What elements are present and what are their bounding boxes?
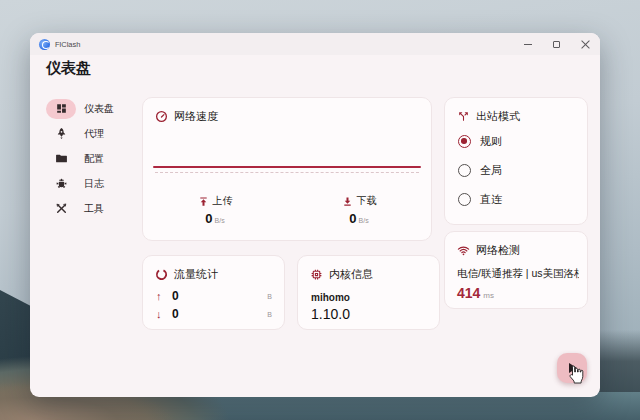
upload-unit: B/s bbox=[215, 217, 225, 224]
start-proxy-fab[interactable] bbox=[557, 353, 587, 383]
mode-option-label: 规则 bbox=[480, 134, 502, 149]
traffic-up-value: 0 bbox=[172, 289, 179, 303]
traffic-up-unit: B bbox=[267, 293, 272, 300]
call-split-icon bbox=[457, 110, 470, 123]
sidebar: 仪表盘 代理 配置 日志 bbox=[46, 96, 142, 221]
play-icon bbox=[569, 363, 577, 373]
close-icon bbox=[581, 40, 590, 49]
titlebar[interactable]: FlClash bbox=[30, 33, 600, 55]
upload-stat: 上传 0B/s bbox=[143, 194, 287, 226]
app-name: FlClash bbox=[55, 40, 80, 49]
card-title: 网络速度 bbox=[174, 109, 218, 124]
folder-icon bbox=[55, 152, 68, 165]
traffic-down-unit: B bbox=[267, 311, 272, 318]
download-label: 下载 bbox=[357, 194, 377, 208]
pill bbox=[46, 199, 76, 219]
arrow-down-icon: ↓ bbox=[156, 308, 169, 320]
upload-value: 0 bbox=[205, 211, 212, 226]
traffic-up-row: ↑ 0 B bbox=[156, 289, 272, 303]
pill bbox=[46, 124, 76, 144]
latency-value: 414 bbox=[457, 285, 480, 301]
speed-chart-baseline bbox=[155, 172, 419, 173]
bug-icon bbox=[55, 177, 68, 190]
mode-option-global[interactable]: 全局 bbox=[458, 163, 502, 178]
upload-icon bbox=[198, 196, 209, 207]
data-usage-icon bbox=[155, 268, 168, 281]
download-stat: 下载 0B/s bbox=[287, 194, 431, 226]
radio-selected-icon[interactable] bbox=[458, 135, 471, 148]
radio-icon[interactable] bbox=[458, 164, 471, 177]
latency-unit: ms bbox=[483, 291, 494, 300]
maximize-icon bbox=[553, 41, 560, 48]
arrow-up-icon: ↑ bbox=[156, 290, 169, 302]
mode-option-direct[interactable]: 直连 bbox=[458, 192, 502, 207]
sidebar-item-label: 配置 bbox=[84, 152, 104, 166]
speed-chart-line bbox=[153, 166, 421, 168]
sidebar-item-profiles[interactable]: 配置 bbox=[46, 146, 142, 171]
core-name: mihomo bbox=[311, 292, 350, 303]
network-test-node: 电信/联通推荐 | us美国洛杉... bbox=[457, 267, 579, 281]
sidebar-item-logs[interactable]: 日志 bbox=[46, 171, 142, 196]
pill bbox=[46, 174, 76, 194]
dashboard-icon bbox=[55, 102, 68, 115]
network-speed-card: 网络速度 上传 0B/s 下载 0B/s bbox=[142, 97, 432, 241]
speedometer-icon bbox=[155, 110, 168, 123]
maximize-button[interactable] bbox=[542, 33, 571, 55]
sidebar-item-label: 工具 bbox=[84, 202, 104, 216]
wifi-icon bbox=[457, 244, 470, 257]
rocket-icon bbox=[55, 127, 68, 140]
traffic-down-row: ↓ 0 B bbox=[156, 307, 272, 321]
pill bbox=[46, 149, 76, 169]
upload-label: 上传 bbox=[213, 194, 233, 208]
selected-pill bbox=[46, 99, 76, 119]
sidebar-item-dashboard[interactable]: 仪表盘 bbox=[46, 96, 142, 121]
download-value: 0 bbox=[349, 211, 356, 226]
card-title: 网络检测 bbox=[476, 243, 520, 258]
sidebar-item-proxy[interactable]: 代理 bbox=[46, 121, 142, 146]
page-title: 仪表盘 bbox=[46, 59, 91, 78]
minimize-icon bbox=[524, 44, 532, 45]
traffic-stats-card: 流量统计 ↑ 0 B ↓ 0 B bbox=[142, 255, 285, 330]
close-button[interactable] bbox=[571, 33, 600, 55]
card-title: 出站模式 bbox=[476, 109, 520, 124]
card-title: 流量统计 bbox=[174, 267, 218, 282]
mode-option-label: 直连 bbox=[480, 192, 502, 207]
sidebar-item-tools[interactable]: 工具 bbox=[46, 196, 142, 221]
network-test-card[interactable]: 网络检测 电信/联通推荐 | us美国洛杉... 414ms bbox=[444, 231, 588, 309]
memory-chip-icon bbox=[310, 268, 323, 281]
core-version: 1.10.0 bbox=[311, 306, 350, 322]
tools-icon bbox=[55, 202, 68, 215]
outbound-mode-card: 出站模式 规则 全局 直连 bbox=[444, 97, 588, 225]
sidebar-item-label: 仪表盘 bbox=[84, 102, 114, 116]
core-info-card: 内核信息 mihomo 1.10.0 bbox=[297, 255, 440, 330]
minimize-button[interactable] bbox=[513, 33, 542, 55]
sidebar-item-label: 代理 bbox=[84, 127, 104, 141]
mode-option-rule[interactable]: 规则 bbox=[458, 134, 502, 149]
speed-stats: 上传 0B/s 下载 0B/s bbox=[143, 194, 431, 226]
mode-option-label: 全局 bbox=[480, 163, 502, 178]
download-unit: B/s bbox=[359, 217, 369, 224]
download-icon bbox=[342, 196, 353, 207]
desktop: FlClash 仪表盘 仪表盘 代理 bbox=[0, 0, 640, 420]
card-title: 内核信息 bbox=[329, 267, 373, 282]
traffic-down-value: 0 bbox=[172, 307, 179, 321]
app-window: FlClash 仪表盘 仪表盘 代理 bbox=[30, 33, 600, 397]
radio-icon[interactable] bbox=[458, 193, 471, 206]
app-logo-icon bbox=[39, 39, 50, 50]
sidebar-item-label: 日志 bbox=[84, 177, 104, 191]
